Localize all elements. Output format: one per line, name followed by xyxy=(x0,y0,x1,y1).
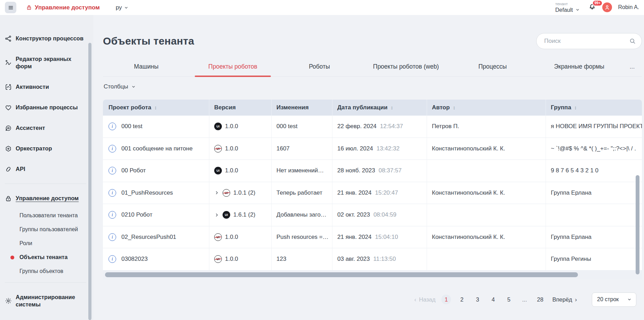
changes-text: Теперь работает xyxy=(276,189,322,196)
pagination-page-1[interactable]: 1 xyxy=(441,295,451,304)
info-icon[interactable]: i xyxy=(108,123,116,130)
horizontal-scrollbar-thumb[interactable] xyxy=(105,272,578,277)
horizontal-scrollbar-track[interactable] xyxy=(103,271,642,279)
sidebar-subitem-label: Группы пользователей xyxy=(19,226,78,233)
sidebar-item-access-management[interactable]: Управление доступом xyxy=(5,188,93,209)
tabs-more-button[interactable]: ... xyxy=(622,58,642,76)
api-icon xyxy=(5,166,12,173)
sidebar-subitem-label: Пользователи тенанта xyxy=(19,212,78,219)
column-header-label: Группа xyxy=(551,104,571,111)
info-icon[interactable]: i xyxy=(108,167,116,174)
info-icon[interactable]: i xyxy=(108,255,116,263)
sidebar-item-label: Оркестратор xyxy=(16,145,52,152)
group-name: Группа Ерлана xyxy=(551,189,591,196)
pagination-forward-label: Вперёд xyxy=(552,296,572,303)
lock-icon xyxy=(26,5,32,10)
sidebar-item-activities[interactable]: Активности xyxy=(5,77,93,97)
language-label: ру xyxy=(116,4,122,11)
group-cell: я НОВОЕ ИМЯ ГРУППЫ ПРОЕКТОВ xyxy=(546,116,642,138)
sidebar-item-api[interactable]: API xyxy=(5,159,93,179)
info-icon[interactable]: i xyxy=(108,233,116,241)
sort-icon[interactable]: ↕ xyxy=(154,105,157,110)
version-text: 1.0.0 xyxy=(225,256,238,263)
tab-screen-forms[interactable]: Экранные формы xyxy=(536,58,622,76)
sidebar-divider xyxy=(5,282,86,283)
tab-robots[interactable]: Роботы xyxy=(276,58,363,76)
expand-chevron-icon[interactable] xyxy=(214,190,219,195)
pagination-forward-button[interactable]: Вперёд› xyxy=(552,296,577,303)
sidebar-subitem-user-groups[interactable]: Группы пользователей xyxy=(5,223,93,236)
column-header: Дата публикации↕ xyxy=(332,100,427,116)
table-row: i00 РоботUI1.0.0Нет изменений…28 нояб. 2… xyxy=(103,160,642,182)
avatar[interactable] xyxy=(602,2,612,12)
sidebar-item-favorite-processes[interactable]: Избранные процессы xyxy=(5,97,93,118)
columns-button-label: Столбцы xyxy=(104,83,128,90)
pagination-page-3[interactable]: 3 xyxy=(473,295,482,304)
page-header: Объекты тенанта xyxy=(103,33,642,49)
sidebar-item-screen-form-editor[interactable]: Редактор экранных форм xyxy=(5,49,93,77)
sidebar-item-assistant[interactable]: Ассистент xyxy=(5,118,93,138)
sidebar-subitem-tenant-objects[interactable]: Объекты тенанта xyxy=(5,250,93,264)
active-indicator-dot xyxy=(10,256,14,259)
version-badge-dark: UI xyxy=(214,167,222,174)
sidebar-item-system-administration[interactable]: Администрирование системы xyxy=(5,287,93,315)
sort-icon[interactable]: ↕ xyxy=(391,105,393,110)
tab-machines[interactable]: Машины xyxy=(103,58,190,76)
publish-date: 21 янв. 2024 xyxy=(337,234,372,241)
version-badge-strike: UI xyxy=(214,255,222,263)
info-icon[interactable]: i xyxy=(108,211,116,219)
column-header: Изменения xyxy=(272,100,332,116)
sort-icon[interactable]: ↕ xyxy=(574,105,577,110)
project-name-cell: i00 Робот xyxy=(103,160,209,182)
app-brand: Управление доступом xyxy=(26,4,100,11)
publish-time: 15:04:10 xyxy=(375,234,398,241)
info-icon[interactable]: i xyxy=(108,189,116,197)
changes-cell: Нет изменений… xyxy=(272,160,332,182)
version-cell: UI1.6.1 (2) xyxy=(209,204,272,226)
tenant-selector[interactable]: тенант Default xyxy=(555,2,580,13)
project-name-cell: i02_ResurcesPush01 xyxy=(103,226,209,248)
pagination-page-4[interactable]: 4 xyxy=(488,295,498,304)
author-cell xyxy=(427,160,546,182)
menu-toggle-button[interactable] xyxy=(5,2,16,13)
person-icon xyxy=(604,4,610,10)
pagination-page-2[interactable]: 2 xyxy=(457,295,467,304)
search-icon[interactable] xyxy=(629,38,636,45)
sidebar-subitem-label: Группы объектов xyxy=(19,268,63,274)
info-icon[interactable]: i xyxy=(108,145,116,153)
publish-date: 21 янв. 2024 xyxy=(337,189,372,196)
group-cell: Группа Ерлана xyxy=(546,182,642,204)
changes-text: 1607 xyxy=(276,145,290,152)
notifications-button[interactable]: 99+ xyxy=(588,3,596,12)
language-selector[interactable]: ру xyxy=(116,4,129,11)
sidebar-item-process-constructor[interactable]: Конструктор процессов xyxy=(5,28,93,49)
pagination-back-button[interactable]: ‹Назад xyxy=(414,296,436,303)
publish-time: 11:13:50 xyxy=(373,256,396,263)
tab-robot-projects-web[interactable]: Проекты роботов (web) xyxy=(363,58,449,76)
sidebar-subitem-roles[interactable]: Роли xyxy=(5,236,93,250)
sidebar-item-orchestrator[interactable]: Оркестратор xyxy=(5,138,93,159)
rows-per-page-select[interactable]: 20 строк xyxy=(592,292,636,307)
sidebar-scrollbar[interactable] xyxy=(88,43,91,320)
table-row: i03082023UI1.0.012303 авг. 202311:13:50Г… xyxy=(103,248,642,271)
changes-cell: 000 test xyxy=(272,116,332,138)
sidebar-subitem-object-groups[interactable]: Группы объектов xyxy=(5,264,93,278)
vertical-scrollbar-thumb[interactable] xyxy=(636,175,639,274)
publish-date-cell: 28 нояб. 202308:37:57 xyxy=(332,160,427,182)
sidebar-item-license-management[interactable]: Управление лицензиями xyxy=(5,315,93,320)
project-name: 000 test xyxy=(121,123,143,130)
search-input[interactable] xyxy=(544,38,629,45)
columns-button[interactable]: Столбцы xyxy=(103,82,137,92)
group-name: ~ `!@#$ % ^& *( )_+=- ";:?<>|\ / . xyxy=(551,145,636,152)
pagination-page-28[interactable]: 28 xyxy=(535,295,545,304)
changes-cell: Push resources =… xyxy=(272,226,332,248)
sidebar-subitem-tenant-users[interactable]: Пользователи тенанта xyxy=(5,209,93,223)
expand-chevron-icon[interactable] xyxy=(214,212,219,218)
author-name: Петров П. xyxy=(432,123,459,130)
tab-processes[interactable]: Процессы xyxy=(449,58,536,76)
author-cell: Петров П. xyxy=(427,116,546,138)
tab-robot-projects[interactable]: Проекты роботов xyxy=(190,58,276,76)
pagination-page-5[interactable]: 5 xyxy=(504,295,514,304)
changes-cell: Теперь работает xyxy=(272,182,332,204)
sort-icon[interactable]: ↕ xyxy=(453,105,455,110)
